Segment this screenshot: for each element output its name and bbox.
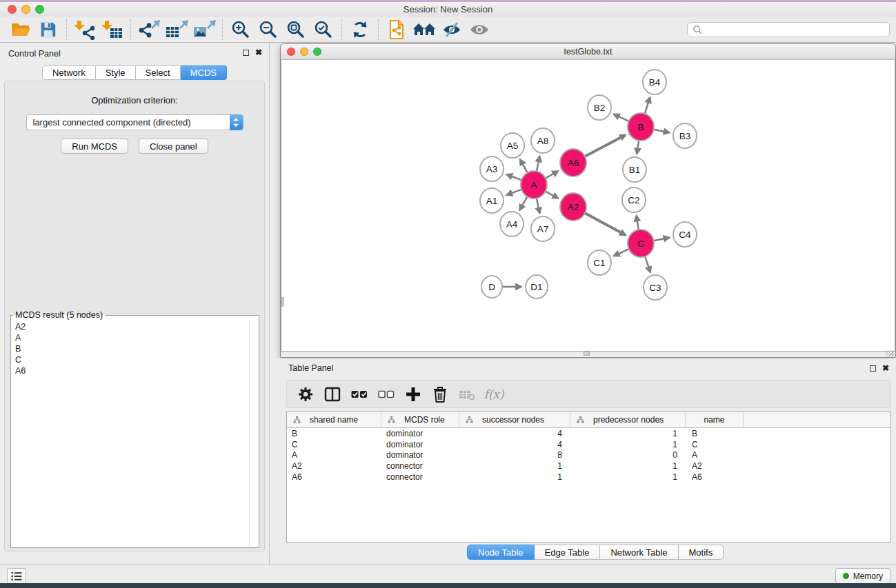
graph-node-D[interactable]: D bbox=[481, 276, 502, 298]
graph-node-B1[interactable]: B1 bbox=[623, 157, 646, 182]
tab-mcds[interactable]: MCDS bbox=[181, 65, 227, 80]
close-window-button[interactable] bbox=[8, 5, 17, 14]
network-graph[interactable]: B4B2BB3A8A5A6B1A3AA1C2A2A4A7C4CC1C3DD1 bbox=[281, 60, 896, 352]
table-row[interactable]: Cdominator41C bbox=[287, 439, 890, 450]
close-panel-icon[interactable]: ✖ bbox=[882, 365, 889, 372]
tab-style[interactable]: Style bbox=[96, 65, 136, 80]
graph-edge-B-B3[interactable] bbox=[653, 130, 670, 133]
delete-column-button[interactable] bbox=[430, 384, 450, 405]
graph-node-B3[interactable]: B3 bbox=[673, 123, 697, 148]
close-panel-icon[interactable]: ✖ bbox=[255, 49, 262, 56]
graph-node-D1[interactable]: D1 bbox=[526, 275, 548, 298]
graph-node-A2[interactable]: A2 bbox=[560, 193, 586, 221]
refresh-button[interactable] bbox=[346, 18, 374, 41]
zoom-fit-button[interactable] bbox=[282, 18, 310, 41]
zoom-selected-button[interactable] bbox=[310, 18, 337, 41]
hide-selected-button[interactable] bbox=[438, 18, 466, 41]
graph-edge-A-A7[interactable] bbox=[537, 197, 540, 214]
show-all-button[interactable] bbox=[466, 18, 493, 41]
graph-node-A7[interactable]: A7 bbox=[531, 216, 555, 241]
graph-node-A[interactable]: A bbox=[521, 171, 547, 199]
import-network-button[interactable] bbox=[71, 18, 99, 41]
table-row[interactable]: A2connector11A2 bbox=[287, 460, 890, 472]
zoom-in-button[interactable] bbox=[227, 18, 255, 41]
graph-node-A6[interactable]: A6 bbox=[560, 149, 586, 176]
graph-edge-A-A8[interactable] bbox=[537, 156, 540, 173]
column-header-mcds-role[interactable]: MCDS role bbox=[381, 412, 459, 427]
column-header-successor-nodes[interactable]: successor nodes bbox=[459, 412, 570, 427]
graph-node-C3[interactable]: C3 bbox=[644, 275, 667, 300]
list-item[interactable]: A bbox=[12, 332, 257, 343]
home-button[interactable] bbox=[410, 18, 438, 41]
graph-node-B2[interactable]: B2 bbox=[588, 95, 611, 120]
list-item[interactable]: A6 bbox=[12, 365, 257, 376]
table-row[interactable]: Bdominator41B bbox=[287, 428, 890, 439]
export-network-button[interactable] bbox=[135, 18, 163, 41]
graph-node-A4[interactable]: A4 bbox=[500, 212, 524, 236]
graph-edge-C-C3[interactable] bbox=[645, 255, 650, 272]
zoom-network-window-button[interactable] bbox=[313, 48, 321, 56]
float-panel-icon[interactable] bbox=[870, 365, 876, 372]
open-session-button[interactable] bbox=[7, 18, 34, 41]
zoom-out-button[interactable] bbox=[255, 18, 282, 41]
graph-node-C2[interactable]: C2 bbox=[622, 187, 646, 212]
list-scrollbar[interactable] bbox=[249, 321, 250, 546]
graph-edge-A-A6[interactable] bbox=[545, 171, 559, 179]
graph-node-C[interactable]: C bbox=[628, 230, 654, 257]
graph-node-A5[interactable]: A5 bbox=[501, 133, 524, 158]
graph-edge-A-A5[interactable] bbox=[520, 159, 528, 174]
graph-edge-A-A2[interactable] bbox=[545, 191, 559, 199]
graph-node-A8[interactable]: A8 bbox=[531, 128, 555, 153]
memory-button[interactable]: Memory bbox=[835, 568, 890, 584]
tab-network-table[interactable]: Network Table bbox=[600, 545, 678, 560]
tab-network[interactable]: Network bbox=[42, 65, 96, 80]
network-canvas[interactable]: B4B2BB3A8A5A6B1A3AA1C2A2A4A7C4CC1C3DD1 bbox=[281, 60, 895, 352]
graph-edge-B-B4[interactable] bbox=[644, 97, 650, 115]
export-table-button[interactable] bbox=[163, 18, 190, 41]
horizontal-scroll-mark[interactable] bbox=[584, 352, 590, 356]
graph-node-B4[interactable]: B4 bbox=[643, 70, 666, 94]
criterion-dropdown[interactable]: largest connected component (directed) bbox=[26, 114, 243, 130]
deselect-all-button[interactable] bbox=[376, 384, 397, 405]
table-row[interactable]: Adominator80A bbox=[287, 449, 890, 460]
list-item[interactable]: C bbox=[12, 354, 257, 365]
column-layout-button[interactable] bbox=[322, 384, 343, 405]
task-history-button[interactable] bbox=[7, 568, 26, 584]
zoom-window-button[interactable] bbox=[35, 5, 44, 14]
network-from-selection-button[interactable] bbox=[383, 18, 410, 41]
vertical-scroll-mark[interactable] bbox=[281, 297, 284, 307]
graph-node-B[interactable]: B bbox=[628, 113, 654, 141]
list-item[interactable]: A2 bbox=[12, 321, 257, 332]
graph-node-A3[interactable]: A3 bbox=[480, 156, 504, 181]
graph-edge-A-A3[interactable] bbox=[507, 174, 523, 181]
graph-edge-C-C2[interactable] bbox=[637, 216, 639, 232]
close-network-window-button[interactable] bbox=[287, 48, 295, 56]
tab-node-table[interactable]: Node Table bbox=[467, 545, 535, 560]
column-header-predecessor-nodes[interactable]: predecessor nodes bbox=[570, 412, 686, 427]
minimize-network-window-button[interactable] bbox=[300, 48, 308, 56]
delete-table-button[interactable] bbox=[457, 384, 477, 405]
graph-node-C4[interactable]: C4 bbox=[673, 222, 697, 247]
float-panel-icon[interactable] bbox=[243, 50, 249, 56]
run-mcds-button[interactable]: Run MCDS bbox=[61, 139, 128, 154]
graph-node-C1[interactable]: C1 bbox=[588, 250, 611, 275]
add-column-button[interactable] bbox=[403, 384, 424, 405]
column-header-name[interactable]: name bbox=[686, 412, 744, 427]
select-all-button[interactable] bbox=[349, 384, 370, 405]
graph-edge-A2-C[interactable] bbox=[584, 213, 626, 236]
close-panel-button[interactable]: Close panel bbox=[139, 139, 208, 154]
minimize-window-button[interactable] bbox=[21, 5, 30, 14]
table-row[interactable]: A6connector11A6 bbox=[287, 472, 890, 483]
graph-edge-C-C1[interactable] bbox=[614, 249, 630, 256]
graph-edge-C-C4[interactable] bbox=[653, 238, 670, 241]
graph-edge-A6-B[interactable] bbox=[584, 135, 626, 157]
mcds-result-list[interactable]: A2 A B C A6 bbox=[12, 321, 257, 546]
export-image-button[interactable] bbox=[190, 18, 218, 41]
network-window-titlebar[interactable]: testGlobe.txt bbox=[281, 44, 895, 60]
tab-edge-table[interactable]: Edge Table bbox=[535, 545, 601, 560]
graph-edge-B-B1[interactable] bbox=[637, 139, 639, 154]
graph-edge-A-A1[interactable] bbox=[507, 189, 523, 195]
list-item[interactable]: B bbox=[12, 343, 257, 354]
function-builder-button[interactable]: f(x) bbox=[484, 384, 504, 405]
column-header-shared-name[interactable]: shared name bbox=[287, 412, 381, 427]
